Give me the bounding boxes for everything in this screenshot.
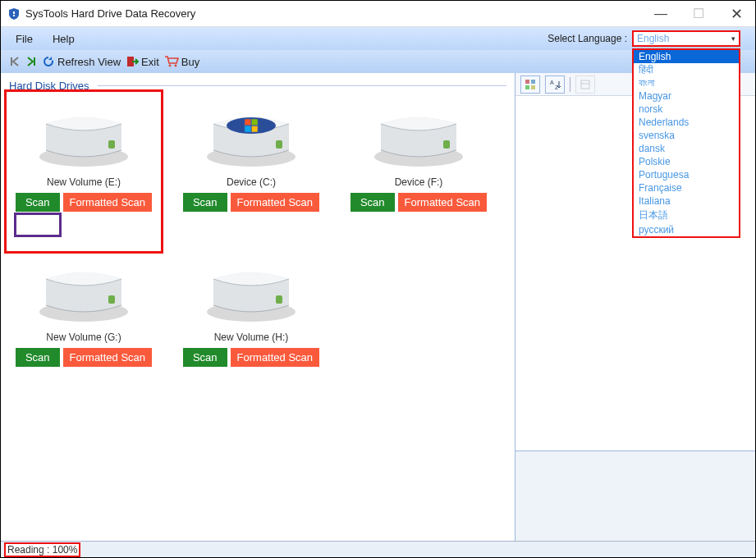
language-option[interactable]: svenska [634, 129, 739, 142]
refresh-button[interactable]: Refresh View [42, 55, 121, 68]
svg-rect-6 [531, 85, 535, 89]
svg-text:A: A [550, 80, 554, 85]
cart-icon [164, 55, 179, 68]
language-option[interactable]: Portuguesa [634, 168, 739, 181]
svg-point-2 [174, 65, 176, 67]
drive-card[interactable]: New Volume (H:)ScanFormatted Scan [175, 248, 328, 367]
nav-forward-button[interactable] [25, 56, 37, 67]
drive-label: New Volume (H:) [214, 332, 289, 343]
svg-rect-4 [531, 80, 535, 84]
close-button[interactable]: ✕ [717, 1, 755, 27]
status-reading: Reading : 100% [4, 542, 80, 557]
scan-button[interactable]: Scan [183, 193, 227, 212]
language-option[interactable]: 日本語 [634, 208, 739, 223]
highlight-purple [14, 213, 62, 237]
nav-back-button[interactable] [9, 56, 21, 67]
svg-rect-3 [525, 80, 529, 84]
drive-buttons: ScanFormatted Scan [16, 193, 152, 212]
chevron-down-icon: ▾ [731, 34, 735, 43]
buy-button[interactable]: Buy [164, 55, 199, 68]
exit-icon [126, 55, 139, 68]
svg-rect-9 [581, 80, 589, 89]
drive-icon [34, 248, 133, 327]
drive-card[interactable]: New Volume (G:)ScanFormatted Scan [7, 248, 160, 367]
language-dropdown[interactable]: EnglishहिंदीবাংলাMagyarnorskNederlandssv… [632, 48, 740, 238]
drive-label: New Volume (G:) [46, 332, 121, 343]
drive-icon [34, 93, 133, 172]
drive-buttons: ScanFormatted Scan [183, 348, 319, 367]
language-option[interactable]: norsk [634, 103, 739, 116]
drive-buttons: ScanFormatted Scan [183, 193, 319, 212]
menu-file[interactable]: File [16, 33, 33, 45]
panel-header: Hard Disk Drives [1, 73, 515, 88]
language-option[interactable]: English [634, 50, 739, 63]
drive-label: Device (F:) [395, 176, 443, 188]
language-option[interactable]: हिंदी [634, 63, 739, 76]
formatted-scan-button[interactable]: Formatted Scan [231, 193, 320, 212]
language-label: Select Language : [548, 33, 627, 44]
titlebar: SysTools Hard Drive Data Recovery — ☐ ✕ [1, 1, 755, 27]
property-pages-button [575, 75, 595, 94]
language-option[interactable]: Magyar [634, 89, 739, 103]
drive-icon [202, 248, 300, 327]
language-option[interactable]: Italiana [634, 194, 739, 208]
drive-label: New Volume (E:) [47, 176, 121, 188]
language-option[interactable]: Française [634, 181, 739, 194]
categorized-view-button[interactable] [520, 75, 540, 94]
scan-button[interactable]: Scan [351, 193, 395, 212]
language-selected: English [637, 33, 669, 44]
language-option[interactable]: русский [634, 223, 739, 236]
window-controls: — ☐ ✕ [642, 1, 755, 27]
language-option[interactable]: Polskie [634, 155, 739, 168]
menu-help[interactable]: Help [53, 33, 75, 45]
window-title: SysTools Hard Drive Data Recovery [25, 7, 195, 20]
language-option[interactable]: Nederlands [634, 116, 739, 129]
app-logo-icon [7, 7, 21, 21]
drives-panel: Hard Disk Drives New Volume (E:)ScanForm… [1, 73, 515, 541]
formatted-scan-button[interactable]: Formatted Scan [63, 193, 153, 212]
preview-pane [515, 451, 755, 541]
alphabetical-view-button[interactable]: AZ [545, 75, 565, 94]
maximize-button[interactable]: ☐ [680, 1, 717, 27]
exit-button[interactable]: Exit [126, 55, 159, 68]
menubar: File Help Select Language : English ▾ En… [1, 27, 755, 50]
language-area: Select Language : English ▾ [548, 30, 740, 47]
scan-button[interactable]: Scan [16, 193, 60, 212]
language-option[interactable]: বাংলা [634, 76, 739, 89]
minimize-button[interactable]: — [642, 1, 680, 27]
drive-buttons: ScanFormatted Scan [16, 348, 152, 367]
svg-rect-5 [525, 85, 529, 89]
drives-grid: New Volume (E:)ScanFormatted ScanDevice … [1, 88, 515, 541]
scan-button[interactable]: Scan [183, 348, 227, 367]
drive-card[interactable]: New Volume (E:)ScanFormatted Scan [7, 93, 160, 212]
app-window: SysTools Hard Drive Data Recovery — ☐ ✕ … [0, 0, 756, 558]
scan-button[interactable]: Scan [16, 348, 60, 367]
svg-point-1 [168, 65, 171, 67]
formatted-scan-button[interactable]: Formatted Scan [63, 348, 153, 367]
refresh-icon [42, 55, 55, 68]
drive-card[interactable]: Device (F:)ScanFormatted Scan [342, 93, 495, 212]
language-option[interactable]: dansk [634, 142, 739, 155]
drive-icon [202, 93, 300, 172]
drive-card[interactable]: Device (C:)ScanFormatted Scan [175, 93, 328, 212]
formatted-scan-button[interactable]: Formatted Scan [231, 348, 320, 367]
statusbar: Reading : 100% [1, 541, 755, 557]
drive-label: Device (C:) [227, 176, 276, 188]
drive-icon [369, 93, 468, 172]
formatted-scan-button[interactable]: Formatted Scan [398, 193, 488, 212]
drive-buttons: ScanFormatted Scan [351, 193, 487, 212]
language-select[interactable]: English ▾ [632, 30, 740, 47]
